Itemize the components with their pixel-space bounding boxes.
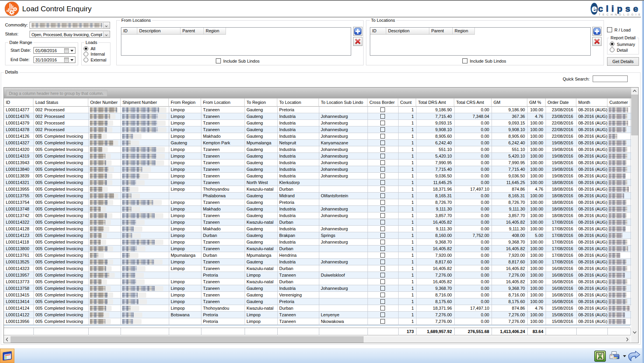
svg-text:e: e [592, 3, 597, 14]
svg-text:TECHNOLOGIES: TECHNOLOGIES [599, 13, 641, 16]
svg-text:clipse: clipse [598, 4, 641, 14]
